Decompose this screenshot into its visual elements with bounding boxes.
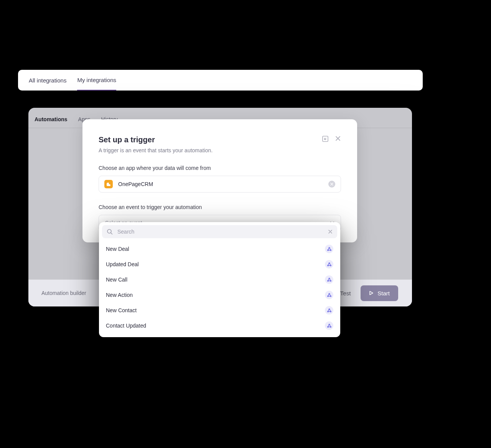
webhook-icon [325, 306, 333, 315]
event-option-label: New Deal [106, 246, 129, 252]
webhook-icon [325, 291, 333, 299]
app-selector[interactable]: OnePageCRM [99, 176, 341, 193]
event-option[interactable]: Updated Deal [99, 257, 340, 272]
event-dropdown: New DealUpdated DealNew CallNew ActionNe… [99, 222, 340, 337]
tab-all-integrations[interactable]: All integrations [29, 71, 66, 90]
footer-builder-label: Automation builder [41, 290, 86, 296]
choose-app-label: Choose an app where your data will come … [99, 165, 341, 171]
search-icon [107, 229, 113, 235]
start-button[interactable]: Start [361, 285, 398, 301]
modal-title: Set up a trigger [99, 135, 213, 144]
tab-my-integrations[interactable]: My integrations [77, 70, 116, 91]
start-button-label: Start [377, 290, 390, 296]
event-option[interactable]: New Contact [99, 303, 340, 318]
clear-search-icon[interactable] [328, 229, 333, 234]
event-option[interactable]: New Deal [99, 241, 340, 257]
event-option-label: New Call [106, 277, 127, 283]
event-option[interactable]: New Call [99, 272, 340, 287]
test-button[interactable]: Test [340, 290, 351, 296]
integrations-tabs: All integrations My integrations [18, 70, 423, 91]
event-option[interactable]: Contact Updated [99, 318, 340, 333]
event-option[interactable]: New Action [99, 287, 340, 303]
dropdown-search-row [102, 225, 337, 238]
event-option-label: New Contact [106, 307, 137, 313]
play-icon [369, 290, 374, 296]
modal-subtitle: A trigger is an event that starts your a… [99, 147, 213, 153]
event-option-label: Updated Deal [106, 261, 139, 267]
webhook-icon [325, 245, 333, 253]
webhook-icon [325, 321, 333, 330]
clear-app-icon[interactable] [328, 181, 335, 188]
tab-automations[interactable]: Automations [35, 116, 68, 122]
webhook-icon [325, 260, 333, 268]
event-option-label: New Action [106, 292, 133, 298]
selected-app-name: OnePageCRM [118, 181, 153, 187]
event-option-label: Contact Updated [106, 323, 146, 329]
expand-icon[interactable] [322, 135, 329, 144]
onepagecrm-icon [104, 180, 113, 188]
webhook-icon [325, 275, 333, 284]
search-input[interactable] [117, 229, 323, 235]
choose-event-label: Choose an event to trigger your automati… [99, 204, 341, 210]
close-icon[interactable] [335, 135, 341, 144]
